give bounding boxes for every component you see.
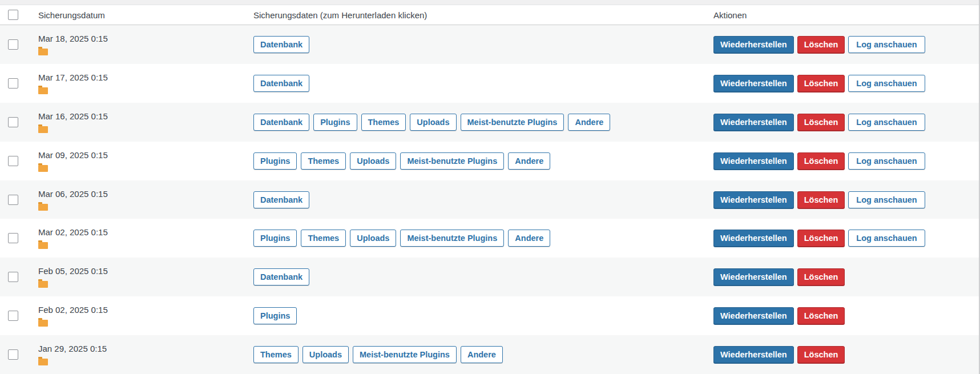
row-actions-cell: WiederherstellenLöschenLog anschauen bbox=[713, 25, 980, 64]
row-date-cell: Jan 29, 2025 0:15 bbox=[38, 335, 253, 374]
row-checkbox-cell bbox=[0, 335, 38, 374]
backup-date-label: Feb 05, 2025 0:15 bbox=[38, 266, 253, 276]
download-uploads-button[interactable]: Uploads bbox=[350, 230, 396, 247]
row-date-cell: Mar 16, 2025 0:15 bbox=[38, 103, 253, 142]
backup-rows: Mar 18, 2025 0:15 Datenbank Wiederherste… bbox=[0, 25, 980, 374]
download-plugins-button[interactable]: Plugins bbox=[253, 307, 297, 324]
select-backup-checkbox[interactable] bbox=[8, 349, 18, 360]
download-andere-button[interactable]: Andere bbox=[508, 230, 550, 247]
table-row: Mar 06, 2025 0:15 Datenbank Wiederherste… bbox=[0, 180, 980, 219]
table-row: Mar 16, 2025 0:15 DatenbankPluginsThemes… bbox=[0, 103, 980, 142]
row-data-cell: Plugins bbox=[253, 296, 713, 335]
backup-date-label: Mar 09, 2025 0:15 bbox=[38, 150, 253, 160]
download-meist-benutzte-plugins-button[interactable]: Meist-benutzte Plugins bbox=[353, 346, 457, 363]
download-meist-benutzte-plugins-button[interactable]: Meist-benutzte Plugins bbox=[400, 152, 504, 170]
delete-button[interactable]: Löschen bbox=[797, 75, 845, 92]
download-meist-benutzte-plugins-button[interactable]: Meist-benutzte Plugins bbox=[400, 230, 504, 247]
restore-button[interactable]: Wiederherstellen bbox=[713, 114, 794, 131]
view-log-button[interactable]: Log anschauen bbox=[848, 191, 925, 208]
select-backup-checkbox[interactable] bbox=[8, 272, 18, 282]
download-themes-button[interactable]: Themes bbox=[253, 346, 299, 363]
delete-button[interactable]: Löschen bbox=[797, 346, 845, 363]
select-all-checkbox[interactable] bbox=[8, 10, 18, 20]
row-data-cell: Datenbank bbox=[253, 180, 713, 219]
table-header-row: Sicherungsdatum Sicherungsdaten (zum Her… bbox=[0, 5, 980, 25]
download-uploads-button[interactable]: Uploads bbox=[410, 114, 456, 131]
select-backup-checkbox[interactable] bbox=[8, 39, 18, 50]
view-log-button[interactable]: Log anschauen bbox=[848, 230, 925, 247]
download-meist-benutzte-plugins-button[interactable]: Meist-benutzte Plugins bbox=[461, 114, 564, 131]
row-data-cell: DatenbankPluginsThemesUploadsMeist-benut… bbox=[253, 103, 713, 142]
backup-date-label: Feb 02, 2025 0:15 bbox=[38, 305, 253, 315]
select-backup-checkbox[interactable] bbox=[8, 311, 18, 321]
download-themes-button[interactable]: Themes bbox=[301, 152, 346, 170]
download-uploads-button[interactable]: Uploads bbox=[350, 152, 396, 170]
select-backup-checkbox[interactable] bbox=[8, 117, 18, 127]
download-plugins-button[interactable]: Plugins bbox=[313, 114, 357, 131]
download-themes-button[interactable]: Themes bbox=[301, 230, 346, 247]
view-log-button[interactable]: Log anschauen bbox=[848, 75, 925, 92]
select-backup-checkbox[interactable] bbox=[8, 78, 18, 89]
header-checkbox-cell bbox=[0, 10, 38, 20]
restore-button[interactable]: Wiederherstellen bbox=[713, 152, 794, 170]
row-actions-cell: WiederherstellenLöschen bbox=[713, 335, 980, 374]
delete-button[interactable]: Löschen bbox=[797, 191, 845, 208]
download-datenbank-button[interactable]: Datenbank bbox=[253, 75, 309, 92]
download-datenbank-button[interactable]: Datenbank bbox=[253, 191, 309, 208]
view-log-button[interactable]: Log anschauen bbox=[848, 152, 925, 170]
delete-button[interactable]: Löschen bbox=[797, 230, 845, 247]
row-data-cell: PluginsThemesUploadsMeist-benutzte Plugi… bbox=[253, 142, 713, 180]
download-plugins-button[interactable]: Plugins bbox=[253, 230, 297, 247]
download-datenbank-button[interactable]: Datenbank bbox=[253, 36, 309, 53]
download-andere-button[interactable]: Andere bbox=[508, 152, 550, 170]
backup-date-label: Mar 02, 2025 0:15 bbox=[38, 227, 253, 237]
header-data-cell: Sicherungsdaten (zum Herunterladen klick… bbox=[253, 10, 713, 20]
download-andere-button[interactable]: Andere bbox=[568, 114, 610, 131]
download-plugins-button[interactable]: Plugins bbox=[253, 152, 297, 170]
folder-icon bbox=[38, 87, 48, 94]
table-row: Jan 29, 2025 0:15 ThemesUploadsMeist-ben… bbox=[0, 335, 980, 374]
row-date-cell: Feb 05, 2025 0:15 bbox=[38, 258, 253, 296]
restore-button[interactable]: Wiederherstellen bbox=[713, 191, 794, 208]
table-row: Mar 09, 2025 0:15 PluginsThemesUploadsMe… bbox=[0, 142, 980, 180]
delete-button[interactable]: Löschen bbox=[797, 36, 845, 53]
row-actions-cell: WiederherstellenLöschenLog anschauen bbox=[713, 180, 980, 219]
download-themes-button[interactable]: Themes bbox=[361, 114, 406, 131]
row-actions-cell: WiederherstellenLöschenLog anschauen bbox=[713, 142, 980, 180]
restore-button[interactable]: Wiederherstellen bbox=[713, 346, 794, 363]
delete-button[interactable]: Löschen bbox=[797, 307, 845, 324]
row-checkbox-cell bbox=[0, 64, 38, 103]
view-log-button[interactable]: Log anschauen bbox=[848, 114, 925, 131]
row-checkbox-cell bbox=[0, 219, 38, 258]
row-actions-cell: WiederherstellenLöschenLog anschauen bbox=[713, 64, 980, 103]
folder-icon bbox=[38, 204, 48, 211]
restore-button[interactable]: Wiederherstellen bbox=[713, 268, 794, 285]
row-checkbox-cell bbox=[0, 103, 38, 142]
delete-button[interactable]: Löschen bbox=[797, 268, 845, 285]
restore-button[interactable]: Wiederherstellen bbox=[713, 307, 794, 324]
delete-button[interactable]: Löschen bbox=[797, 114, 845, 131]
download-datenbank-button[interactable]: Datenbank bbox=[253, 114, 309, 131]
select-backup-checkbox[interactable] bbox=[8, 195, 18, 205]
download-andere-button[interactable]: Andere bbox=[461, 346, 503, 363]
select-backup-checkbox[interactable] bbox=[8, 233, 18, 243]
view-log-button[interactable]: Log anschauen bbox=[848, 36, 925, 53]
delete-button[interactable]: Löschen bbox=[797, 152, 845, 170]
table-row: Feb 05, 2025 0:15 Datenbank Wiederherste… bbox=[0, 258, 980, 296]
restore-button[interactable]: Wiederherstellen bbox=[713, 36, 794, 53]
backup-date-label: Mar 06, 2025 0:15 bbox=[38, 189, 253, 199]
backup-date-label: Jan 29, 2025 0:15 bbox=[38, 344, 253, 353]
row-data-cell: Datenbank bbox=[253, 258, 713, 296]
row-data-cell: PluginsThemesUploadsMeist-benutzte Plugi… bbox=[253, 219, 713, 258]
restore-button[interactable]: Wiederherstellen bbox=[713, 230, 794, 247]
download-datenbank-button[interactable]: Datenbank bbox=[253, 268, 309, 285]
select-backup-checkbox[interactable] bbox=[8, 156, 18, 166]
row-date-cell: Feb 02, 2025 0:15 bbox=[38, 296, 253, 335]
row-checkbox-cell bbox=[0, 25, 38, 64]
table-row: Mar 17, 2025 0:15 Datenbank Wiederherste… bbox=[0, 64, 980, 103]
row-date-cell: Mar 17, 2025 0:15 bbox=[38, 64, 253, 103]
row-actions-cell: WiederherstellenLöschenLog anschauen bbox=[713, 219, 980, 258]
download-uploads-button[interactable]: Uploads bbox=[303, 346, 349, 363]
restore-button[interactable]: Wiederherstellen bbox=[713, 75, 794, 92]
header-actions-cell: Aktionen bbox=[713, 10, 980, 20]
